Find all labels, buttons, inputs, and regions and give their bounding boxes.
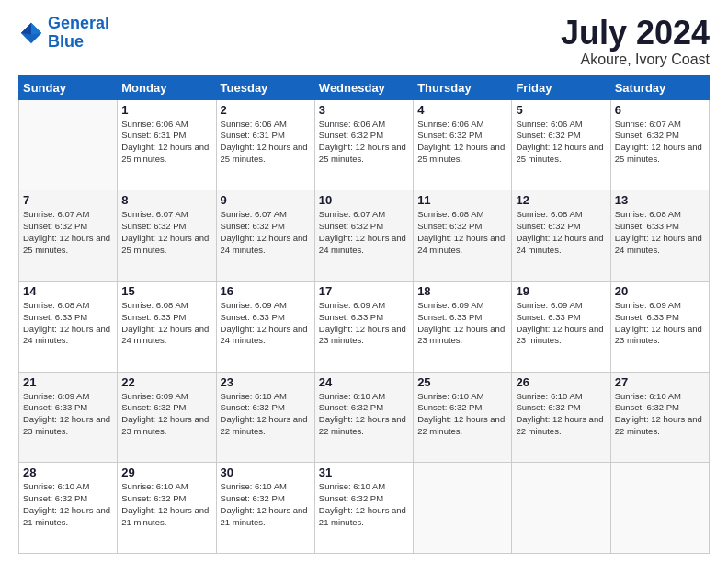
day-info: Sunrise: 6:08 AMSunset: 6:32 PMDaylight:… xyxy=(516,209,606,256)
calendar-week-row: 28Sunrise: 6:10 AMSunset: 6:32 PMDayligh… xyxy=(19,463,710,554)
calendar-cell: 29Sunrise: 6:10 AMSunset: 6:32 PMDayligh… xyxy=(118,463,216,554)
calendar-cell: 4Sunrise: 6:06 AMSunset: 6:32 PMDaylight… xyxy=(414,99,512,190)
day-number: 8 xyxy=(121,193,211,207)
day-info: Sunrise: 6:06 AMSunset: 6:31 PMDaylight:… xyxy=(121,119,211,166)
day-info: Sunrise: 6:07 AMSunset: 6:32 PMDaylight:… xyxy=(23,209,113,256)
header: General Blue July 2024 Akoure, Ivory Coa… xyxy=(18,15,710,68)
calendar-header-friday: Friday xyxy=(512,75,610,99)
calendar-table: SundayMondayTuesdayWednesdayThursdayFrid… xyxy=(18,75,710,554)
calendar-cell: 16Sunrise: 6:09 AMSunset: 6:33 PMDayligh… xyxy=(216,281,314,372)
day-number: 24 xyxy=(319,375,409,389)
day-number: 22 xyxy=(121,375,211,389)
day-number: 25 xyxy=(417,375,507,389)
day-info: Sunrise: 6:07 AMSunset: 6:32 PMDaylight:… xyxy=(121,209,211,256)
day-info: Sunrise: 6:09 AMSunset: 6:32 PMDaylight:… xyxy=(121,391,211,438)
day-info: Sunrise: 6:10 AMSunset: 6:32 PMDaylight:… xyxy=(319,481,409,528)
calendar-cell: 7Sunrise: 6:07 AMSunset: 6:32 PMDaylight… xyxy=(19,190,118,282)
page: General Blue July 2024 Akoure, Ivory Coa… xyxy=(0,0,728,563)
calendar-cell: 31Sunrise: 6:10 AMSunset: 6:32 PMDayligh… xyxy=(314,463,413,554)
calendar-week-row: 1Sunrise: 6:06 AMSunset: 6:31 PMDaylight… xyxy=(19,99,710,190)
day-number: 19 xyxy=(516,284,606,298)
svg-marker-1 xyxy=(31,23,41,35)
day-number: 18 xyxy=(417,284,507,298)
calendar-cell: 28Sunrise: 6:10 AMSunset: 6:32 PMDayligh… xyxy=(19,463,118,554)
calendar-cell: 18Sunrise: 6:09 AMSunset: 6:33 PMDayligh… xyxy=(414,281,512,372)
calendar-cell: 30Sunrise: 6:10 AMSunset: 6:32 PMDayligh… xyxy=(216,463,314,554)
day-info: Sunrise: 6:09 AMSunset: 6:33 PMDaylight:… xyxy=(516,300,606,347)
day-number: 14 xyxy=(23,284,113,298)
day-info: Sunrise: 6:07 AMSunset: 6:32 PMDaylight:… xyxy=(319,209,409,256)
calendar-cell: 17Sunrise: 6:09 AMSunset: 6:33 PMDayligh… xyxy=(314,281,413,372)
day-info: Sunrise: 6:10 AMSunset: 6:32 PMDaylight:… xyxy=(319,391,409,438)
logo-blue: Blue xyxy=(48,32,84,51)
calendar-header-row: SundayMondayTuesdayWednesdayThursdayFrid… xyxy=(19,75,710,99)
day-number: 28 xyxy=(23,465,113,479)
day-info: Sunrise: 6:10 AMSunset: 6:32 PMDaylight:… xyxy=(417,391,507,438)
day-info: Sunrise: 6:06 AMSunset: 6:32 PMDaylight:… xyxy=(319,119,409,166)
calendar-week-row: 7Sunrise: 6:07 AMSunset: 6:32 PMDaylight… xyxy=(19,190,710,282)
day-info: Sunrise: 6:10 AMSunset: 6:32 PMDaylight:… xyxy=(23,481,113,528)
calendar-header-tuesday: Tuesday xyxy=(216,75,314,99)
day-number: 2 xyxy=(221,103,311,117)
day-number: 5 xyxy=(516,103,606,117)
day-number: 29 xyxy=(121,465,211,479)
calendar-header-sunday: Sunday xyxy=(19,75,118,99)
calendar-week-row: 21Sunrise: 6:09 AMSunset: 6:33 PMDayligh… xyxy=(19,372,710,463)
calendar-body: 1Sunrise: 6:06 AMSunset: 6:31 PMDaylight… xyxy=(19,99,710,553)
day-number: 6 xyxy=(615,103,705,117)
day-number: 11 xyxy=(417,193,507,207)
calendar-header-wednesday: Wednesday xyxy=(314,75,413,99)
day-info: Sunrise: 6:08 AMSunset: 6:33 PMDaylight:… xyxy=(121,300,211,347)
calendar-header-thursday: Thursday xyxy=(414,75,512,99)
title-block: July 2024 Akoure, Ivory Coast xyxy=(561,15,710,68)
day-info: Sunrise: 6:07 AMSunset: 6:32 PMDaylight:… xyxy=(615,119,705,166)
day-info: Sunrise: 6:08 AMSunset: 6:32 PMDaylight:… xyxy=(417,209,507,256)
calendar-cell: 1Sunrise: 6:06 AMSunset: 6:31 PMDaylight… xyxy=(118,99,216,190)
calendar-cell: 9Sunrise: 6:07 AMSunset: 6:32 PMDaylight… xyxy=(216,190,314,282)
day-info: Sunrise: 6:09 AMSunset: 6:33 PMDaylight:… xyxy=(615,300,705,347)
calendar-cell: 22Sunrise: 6:09 AMSunset: 6:32 PMDayligh… xyxy=(118,372,216,463)
calendar-cell xyxy=(19,99,118,190)
day-info: Sunrise: 6:06 AMSunset: 6:32 PMDaylight:… xyxy=(516,119,606,166)
day-info: Sunrise: 6:09 AMSunset: 6:33 PMDaylight:… xyxy=(221,300,311,347)
calendar-cell: 10Sunrise: 6:07 AMSunset: 6:32 PMDayligh… xyxy=(314,190,413,282)
calendar-cell: 11Sunrise: 6:08 AMSunset: 6:32 PMDayligh… xyxy=(414,190,512,282)
calendar-cell: 26Sunrise: 6:10 AMSunset: 6:32 PMDayligh… xyxy=(512,372,610,463)
day-info: Sunrise: 6:07 AMSunset: 6:32 PMDaylight:… xyxy=(221,209,311,256)
calendar-cell: 3Sunrise: 6:06 AMSunset: 6:32 PMDaylight… xyxy=(314,99,413,190)
day-info: Sunrise: 6:10 AMSunset: 6:32 PMDaylight:… xyxy=(221,481,311,528)
day-number: 7 xyxy=(23,193,113,207)
day-number: 30 xyxy=(221,465,311,479)
day-info: Sunrise: 6:09 AMSunset: 6:33 PMDaylight:… xyxy=(23,391,113,438)
calendar-cell xyxy=(610,463,709,554)
day-number: 23 xyxy=(221,375,311,389)
day-info: Sunrise: 6:09 AMSunset: 6:33 PMDaylight:… xyxy=(319,300,409,347)
day-number: 1 xyxy=(121,103,211,117)
calendar-cell: 2Sunrise: 6:06 AMSunset: 6:31 PMDaylight… xyxy=(216,99,314,190)
calendar-cell xyxy=(512,463,610,554)
calendar-header-saturday: Saturday xyxy=(610,75,709,99)
logo: General Blue xyxy=(18,15,109,52)
month-title: July 2024 xyxy=(561,15,710,52)
day-number: 17 xyxy=(319,284,409,298)
day-info: Sunrise: 6:09 AMSunset: 6:33 PMDaylight:… xyxy=(417,300,507,347)
day-number: 16 xyxy=(221,284,311,298)
day-number: 31 xyxy=(319,465,409,479)
day-number: 10 xyxy=(319,193,409,207)
calendar-cell: 24Sunrise: 6:10 AMSunset: 6:32 PMDayligh… xyxy=(314,372,413,463)
calendar-cell: 13Sunrise: 6:08 AMSunset: 6:33 PMDayligh… xyxy=(610,190,709,282)
day-info: Sunrise: 6:06 AMSunset: 6:32 PMDaylight:… xyxy=(417,119,507,166)
calendar-cell: 6Sunrise: 6:07 AMSunset: 6:32 PMDaylight… xyxy=(610,99,709,190)
day-number: 13 xyxy=(615,193,705,207)
day-number: 3 xyxy=(319,103,409,117)
day-info: Sunrise: 6:08 AMSunset: 6:33 PMDaylight:… xyxy=(615,209,705,256)
calendar-cell: 20Sunrise: 6:09 AMSunset: 6:33 PMDayligh… xyxy=(610,281,709,372)
calendar-week-row: 14Sunrise: 6:08 AMSunset: 6:33 PMDayligh… xyxy=(19,281,710,372)
calendar-cell: 23Sunrise: 6:10 AMSunset: 6:32 PMDayligh… xyxy=(216,372,314,463)
day-number: 15 xyxy=(121,284,211,298)
day-info: Sunrise: 6:08 AMSunset: 6:33 PMDaylight:… xyxy=(23,300,113,347)
day-info: Sunrise: 6:10 AMSunset: 6:32 PMDaylight:… xyxy=(221,391,311,438)
calendar-cell: 12Sunrise: 6:08 AMSunset: 6:32 PMDayligh… xyxy=(512,190,610,282)
calendar-cell: 15Sunrise: 6:08 AMSunset: 6:33 PMDayligh… xyxy=(118,281,216,372)
location-title: Akoure, Ivory Coast xyxy=(561,52,710,68)
